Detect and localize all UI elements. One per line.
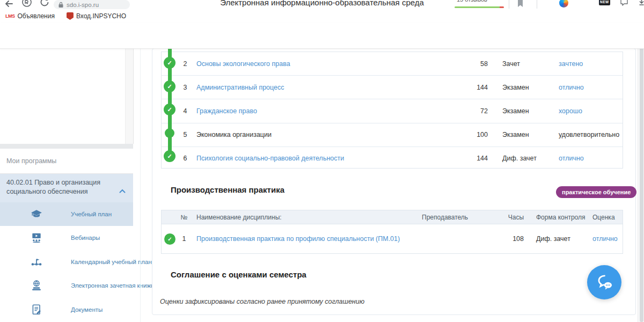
- grade-link[interactable]: зачтено: [559, 52, 583, 75]
- completed-check-icon: ✓: [164, 233, 175, 245]
- page-scrollbar-thumb[interactable]: [640, 23, 643, 322]
- in-progress-dot-icon: [165, 128, 174, 138]
- completed-check-icon: ✓: [164, 57, 175, 69]
- practice-table: № Наименование дисциплины: Преподаватель…: [161, 210, 623, 254]
- completed-check-icon: ✓: [164, 80, 175, 92]
- grade-link[interactable]: хорошо: [559, 99, 582, 122]
- sidebar-item-study-plan[interactable]: Учебный план: [0, 202, 133, 226]
- sidebar-scrollbar[interactable]: [125, 48, 133, 144]
- discipline-link[interactable]: Психология социально-правовой деятельнос…: [196, 147, 344, 170]
- graduation-cap-icon: [26, 202, 47, 226]
- chevron-up-icon: [119, 186, 126, 195]
- feedback-dialog-icon[interactable]: [620, 0, 629, 6]
- sidebar-program-item[interactable]: 40.02.01 Право и организация социального…: [0, 174, 133, 202]
- bookmarks-bar: LMS Объявления Вход.INPSYCHO: [0, 10, 644, 23]
- new-extension-badge[interactable]: NEW: [599, 0, 610, 5]
- discipline-link[interactable]: Гражданское право: [196, 99, 257, 122]
- reviews-progress-bar: [455, 6, 504, 8]
- browser-toolbar: sdo.i-spo.ru Электронная информационно-о…: [0, 0, 644, 10]
- table-row: 6 Психология социально-правовой деятельн…: [162, 147, 623, 170]
- practical-training-badge[interactable]: практическое обучение: [556, 186, 636, 198]
- practice-section-title: Производственная практика: [171, 185, 284, 194]
- reviews-extension-badge[interactable]: 15 отзывов: [453, 0, 507, 9]
- webinar-icon: [26, 226, 47, 250]
- bookmark-icon[interactable]: [516, 0, 524, 8]
- app-header: [0, 23, 644, 49]
- toolbar-separator: [537, 0, 537, 9]
- grades-table: 2 Основы экологического права 58 Зачет з…: [161, 52, 623, 169]
- discipline-link[interactable]: Основы экологического права: [196, 52, 290, 75]
- agreement-note: Оценки зафиксированы согласно ранее прин…: [160, 298, 364, 305]
- grade-link[interactable]: отлично: [559, 76, 584, 99]
- globe-books-icon: [26, 274, 47, 297]
- discipline-link[interactable]: Производственная практика по профилю спе…: [196, 224, 400, 253]
- sidebar-item-gradebook[interactable]: Электронная зачетная книжка: [0, 274, 133, 297]
- download-icon[interactable]: [639, 0, 644, 6]
- support-chat-button[interactable]: [587, 265, 621, 299]
- browser-page-title: Электронная информационно-образовательна…: [0, 0, 644, 7]
- completed-check-icon: ✓: [164, 150, 175, 162]
- sidebar-horizontal-scrollbar[interactable]: [0, 144, 133, 149]
- table-row: 3 Административный процесс 144 Экзамен о…: [162, 75, 623, 99]
- table-row: 2 Основы экологического права 58 Зачет з…: [162, 52, 623, 75]
- sidebar-item-webinars[interactable]: Вебинары: [0, 226, 133, 250]
- grade-text: удовлетворительно: [559, 123, 619, 147]
- sidebar-section-label: Мои программы: [6, 149, 133, 173]
- agreement-section-title: Соглашение с оценками семестра: [171, 270, 306, 279]
- program-title: 40.02.01 Право и организация социального…: [6, 178, 111, 196]
- bookmark-inpsycho[interactable]: Вход.INPSYCHO: [67, 12, 126, 20]
- document-pen-icon: [26, 298, 47, 321]
- divider: [140, 48, 141, 322]
- discipline-name: Экономика организации: [196, 123, 272, 147]
- bookmark-announcements[interactable]: LMS Объявления: [5, 12, 55, 20]
- lms-favicon: LMS: [5, 13, 15, 19]
- sidebar-item-calendar-plan[interactable]: Календарный учебный план: [0, 250, 133, 274]
- sidebar-top-panel: [0, 48, 134, 144]
- practice-table-header: № Наименование дисциплины: Преподаватель…: [162, 210, 623, 224]
- grade-link[interactable]: отлично: [559, 147, 584, 170]
- table-row: 4 Гражданское право 72 Экзамен хорошо: [162, 99, 623, 122]
- timeline-icon: [26, 250, 47, 274]
- sidebar-item-documents[interactable]: Документы: [0, 298, 133, 321]
- table-row: ✓ 1 Производственная практика по профилю…: [162, 224, 623, 253]
- discipline-link[interactable]: Административный процесс: [196, 76, 284, 99]
- completed-check-icon: ✓: [164, 104, 175, 115]
- table-row: 5 Экономика организации 100 Экзамен удов…: [162, 123, 623, 147]
- emblem-favicon: [67, 12, 74, 20]
- grade-link[interactable]: отлично: [592, 224, 618, 253]
- toolbar-separator: [509, 0, 509, 9]
